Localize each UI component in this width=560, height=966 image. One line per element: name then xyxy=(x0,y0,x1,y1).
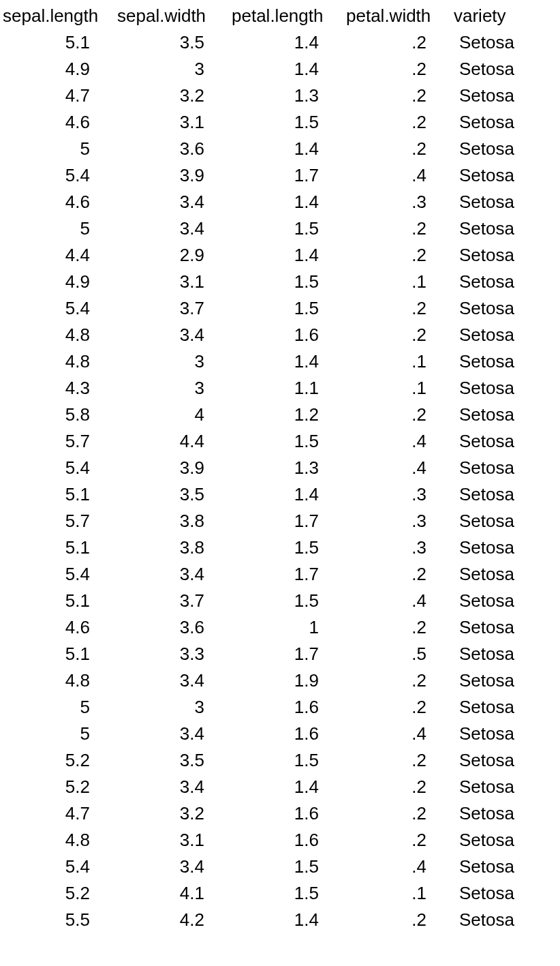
cell-sepal_width: 3.4 xyxy=(117,854,232,880)
cell-sepal_length: 5.4 xyxy=(3,455,117,481)
cell-petal_width: .1 xyxy=(346,375,454,402)
cell-petal_width: .2 xyxy=(346,82,454,109)
cell-variety: Setosa xyxy=(454,82,556,109)
cell-sepal_width: 3.7 xyxy=(117,295,232,322)
table-header: sepal.length sepal.width petal.length pe… xyxy=(3,3,556,29)
table-row: 4.73.21.6.2Setosa xyxy=(3,800,556,827)
cell-variety: Setosa xyxy=(454,215,556,242)
cell-variety: Setosa xyxy=(454,29,556,56)
cell-petal_width: .2 xyxy=(346,614,454,641)
col-petal-length: petal.length xyxy=(232,3,346,29)
cell-sepal_length: 5.1 xyxy=(3,588,117,614)
cell-variety: Setosa xyxy=(454,428,556,455)
cell-variety: Setosa xyxy=(454,189,556,215)
table-row: 4.63.41.4.3Setosa xyxy=(3,189,556,215)
cell-sepal_width: 3.4 xyxy=(117,215,232,242)
cell-petal_length: 1.5 xyxy=(232,295,346,322)
cell-petal_width: .2 xyxy=(346,667,454,694)
cell-sepal_width: 3.6 xyxy=(117,614,232,641)
table-row: 5.13.71.5.4Setosa xyxy=(3,588,556,614)
cell-sepal_length: 4.8 xyxy=(3,827,117,854)
table-row: 5.23.41.4.2Setosa xyxy=(3,774,556,800)
cell-sepal_length: 5.4 xyxy=(3,854,117,880)
cell-petal_length: 1.6 xyxy=(232,322,346,348)
table-row: 4.831.4.1Setosa xyxy=(3,348,556,375)
cell-variety: Setosa xyxy=(454,880,556,907)
cell-sepal_length: 5.4 xyxy=(3,162,117,189)
cell-petal_length: 1.4 xyxy=(232,774,346,800)
cell-variety: Setosa xyxy=(454,667,556,694)
table-row: 5.43.41.7.2Setosa xyxy=(3,561,556,588)
table-row: 4.73.21.3.2Setosa xyxy=(3,82,556,109)
cell-petal_length: 1.4 xyxy=(232,136,346,162)
table-row: 531.6.2Setosa xyxy=(3,694,556,721)
cell-sepal_width: 2.9 xyxy=(117,242,232,269)
cell-variety: Setosa xyxy=(454,561,556,588)
cell-sepal_width: 3.2 xyxy=(117,800,232,827)
table-row: 53.41.6.4Setosa xyxy=(3,721,556,747)
table-row: 4.931.4.2Setosa xyxy=(3,56,556,82)
cell-petal_width: .2 xyxy=(346,800,454,827)
cell-petal_width: .3 xyxy=(346,508,454,534)
cell-petal_length: 1.6 xyxy=(232,721,346,747)
table-row: 5.13.31.7.5Setosa xyxy=(3,641,556,667)
cell-sepal_width: 4 xyxy=(117,402,232,428)
cell-petal_width: .2 xyxy=(346,694,454,721)
cell-variety: Setosa xyxy=(454,109,556,136)
cell-sepal_length: 4.8 xyxy=(3,322,117,348)
table-row: 4.63.11.5.2Setosa xyxy=(3,109,556,136)
cell-petal_width: .1 xyxy=(346,269,454,295)
table-row: 4.83.11.6.2Setosa xyxy=(3,827,556,854)
cell-sepal_width: 3.4 xyxy=(117,189,232,215)
cell-petal_length: 1.3 xyxy=(232,455,346,481)
cell-petal_width: .2 xyxy=(346,109,454,136)
cell-petal_length: 1.4 xyxy=(232,348,346,375)
cell-sepal_width: 3.9 xyxy=(117,162,232,189)
table-row: 53.41.5.2Setosa xyxy=(3,215,556,242)
cell-variety: Setosa xyxy=(454,295,556,322)
cell-petal_length: 1.4 xyxy=(232,189,346,215)
table-row: 5.43.91.7.4Setosa xyxy=(3,162,556,189)
cell-petal_length: 1.3 xyxy=(232,82,346,109)
cell-sepal_length: 5.2 xyxy=(3,747,117,774)
cell-variety: Setosa xyxy=(454,854,556,880)
cell-sepal_length: 5 xyxy=(3,721,117,747)
cell-sepal_width: 3.1 xyxy=(117,109,232,136)
cell-petal_length: 1.7 xyxy=(232,508,346,534)
cell-variety: Setosa xyxy=(454,641,556,667)
cell-sepal_width: 4.1 xyxy=(117,880,232,907)
table-row: 5.43.91.3.4Setosa xyxy=(3,455,556,481)
table-row: 5.74.41.5.4Setosa xyxy=(3,428,556,455)
cell-variety: Setosa xyxy=(454,827,556,854)
cell-petal_width: .2 xyxy=(346,907,454,933)
cell-sepal_width: 3.9 xyxy=(117,455,232,481)
cell-sepal_width: 3.8 xyxy=(117,534,232,561)
cell-petal_width: .4 xyxy=(346,854,454,880)
cell-sepal_width: 3.8 xyxy=(117,508,232,534)
cell-sepal_length: 5.1 xyxy=(3,641,117,667)
table-row: 5.23.51.5.2Setosa xyxy=(3,747,556,774)
cell-sepal_width: 3.6 xyxy=(117,136,232,162)
cell-sepal_width: 3 xyxy=(117,694,232,721)
cell-sepal_width: 4.2 xyxy=(117,907,232,933)
table-row: 4.83.41.9.2Setosa xyxy=(3,667,556,694)
table-row: 4.83.41.6.2Setosa xyxy=(3,322,556,348)
cell-variety: Setosa xyxy=(454,721,556,747)
cell-variety: Setosa xyxy=(454,800,556,827)
cell-sepal_width: 3.3 xyxy=(117,641,232,667)
cell-sepal_width: 3.4 xyxy=(117,721,232,747)
cell-sepal_width: 3 xyxy=(117,375,232,402)
cell-sepal_length: 4.6 xyxy=(3,189,117,215)
cell-petal_length: 1.2 xyxy=(232,402,346,428)
cell-petal_width: .2 xyxy=(346,56,454,82)
cell-sepal_width: 3.2 xyxy=(117,82,232,109)
cell-sepal_length: 5.7 xyxy=(3,508,117,534)
cell-variety: Setosa xyxy=(454,747,556,774)
table-row: 4.42.91.4.2Setosa xyxy=(3,242,556,269)
cell-sepal_length: 5.7 xyxy=(3,428,117,455)
cell-sepal_length: 5.8 xyxy=(3,402,117,428)
cell-variety: Setosa xyxy=(454,694,556,721)
cell-petal_width: .2 xyxy=(346,215,454,242)
cell-sepal_width: 3 xyxy=(117,56,232,82)
cell-petal_length: 1.6 xyxy=(232,827,346,854)
